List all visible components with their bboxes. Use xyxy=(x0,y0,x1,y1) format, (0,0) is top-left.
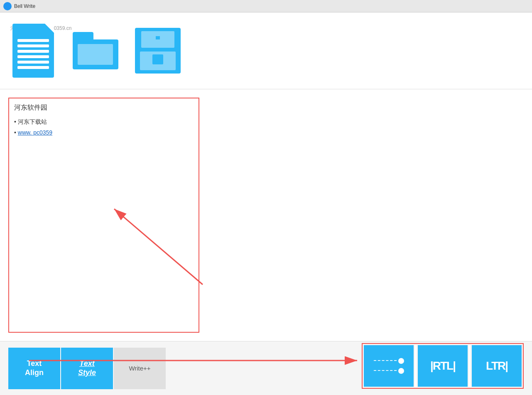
rtl-label: |RTL| xyxy=(430,359,455,373)
ltr-label: LTR| xyxy=(486,359,507,373)
save-slot xyxy=(152,54,163,64)
dot-line-2 xyxy=(374,368,404,374)
separator xyxy=(415,345,417,387)
rtl-button[interactable]: |RTL| xyxy=(418,345,468,387)
folder-icon xyxy=(73,32,118,69)
dots-layout xyxy=(370,354,408,378)
doc-icon xyxy=(12,24,54,78)
save-label-line xyxy=(156,36,160,39)
new-document-button[interactable] xyxy=(8,20,58,82)
doc-lines xyxy=(17,39,49,71)
text-editor-box[interactable]: 河东软件园 河东下载站 www. pc0359 xyxy=(8,98,199,333)
title-bar: Bell Write xyxy=(0,0,532,12)
save-button[interactable] xyxy=(133,20,183,82)
horizontal-arrow xyxy=(25,354,365,367)
open-file-button[interactable] xyxy=(71,20,120,82)
folder-tab xyxy=(73,32,93,39)
text-style-button[interactable]: TextStyle xyxy=(61,348,113,389)
dashed-line-2 xyxy=(374,370,397,372)
toolbar: 河东软件园 www.pc0359.cn xyxy=(0,12,532,89)
link-text[interactable]: www. pc0359 xyxy=(18,129,52,136)
list-item-1: 河东下载站 xyxy=(14,118,194,126)
editor-title: 河东软件园 xyxy=(14,103,194,112)
editor-list: 河东下载站 www. pc0359 xyxy=(14,118,194,136)
dot-circle-1 xyxy=(398,358,404,364)
text-align-button[interactable]: TextAlign xyxy=(8,348,60,389)
main-area: 河东软件园 河东下载站 www. pc0359 xyxy=(0,89,532,341)
dashed-line xyxy=(374,360,397,362)
dot-line-1 xyxy=(374,358,404,364)
save-top xyxy=(141,31,174,48)
write-plus-button[interactable]: Write++ xyxy=(114,348,166,389)
ltr-button[interactable]: LTR| xyxy=(472,345,522,387)
folder-inner xyxy=(78,44,113,65)
title-text: Bell Write xyxy=(14,3,35,9)
list-item-2: www. pc0359 xyxy=(14,129,194,136)
text-dots-button[interactable] xyxy=(364,345,414,387)
save-bottom xyxy=(140,52,176,70)
separator-2 xyxy=(469,345,471,387)
app-logo xyxy=(3,2,12,10)
bottom-toolbar: TextAlign TextStyle Write++ xyxy=(0,341,532,395)
save-icon xyxy=(135,28,181,74)
folder-body xyxy=(73,39,118,69)
dot-circle-2 xyxy=(398,368,404,374)
text-direction-group: |RTL| LTR| xyxy=(362,343,524,389)
